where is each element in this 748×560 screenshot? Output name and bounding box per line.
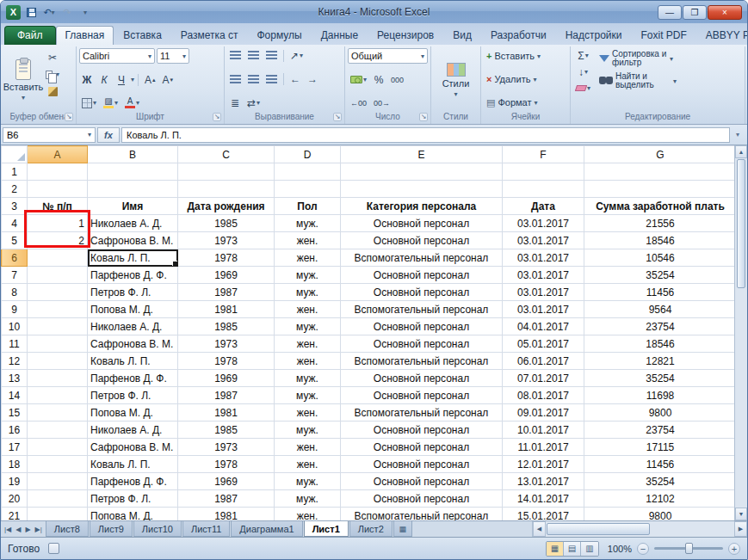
column-header-F[interactable]: F <box>503 146 584 163</box>
cell-G6[interactable]: 10546 <box>584 249 737 267</box>
cell-G12[interactable]: 12821 <box>584 353 737 370</box>
cell-A16[interactable] <box>28 422 88 439</box>
cell-A19[interactable] <box>28 473 88 490</box>
cell-C16[interactable]: 1985 <box>178 422 275 439</box>
restore-button[interactable]: ❐ <box>683 5 707 20</box>
cell-G9[interactable]: 9564 <box>584 301 737 318</box>
cell-G20[interactable]: 12102 <box>584 490 737 508</box>
alignment-dialog-launcher[interactable]: ↘ <box>333 113 342 121</box>
cell-F18[interactable]: 12.01.2017 <box>503 456 584 473</box>
align-bottom-button[interactable] <box>263 48 280 63</box>
merge-center-button[interactable]: ⇄▾ <box>244 95 263 110</box>
cell-B8[interactable]: Петров Ф. Л. <box>88 284 178 301</box>
orientation-button[interactable]: ↗▾ <box>287 48 306 63</box>
cell-G19[interactable]: 35254 <box>584 473 737 490</box>
scroll-right-icon[interactable]: ▶ <box>734 521 747 537</box>
italic-button[interactable]: К <box>96 72 112 87</box>
sheet-tab-Лист9[interactable]: Лист9 <box>90 521 133 537</box>
tab-Вид[interactable]: Вид <box>443 26 481 45</box>
column-header-A[interactable]: A <box>28 146 88 163</box>
zoom-slider[interactable] <box>654 547 723 550</box>
column-header-D[interactable]: D <box>275 146 341 163</box>
cell-C8[interactable]: 1987 <box>178 284 275 301</box>
cell-A13[interactable] <box>28 370 88 387</box>
cell-G21[interactable]: 9800 <box>584 508 737 521</box>
cell-D10[interactable]: муж. <box>275 318 341 335</box>
cell-D6[interactable]: жен. <box>275 249 341 267</box>
cell-A6[interactable] <box>28 249 88 267</box>
row-header-19[interactable]: 19 <box>2 473 28 490</box>
row-header-9[interactable]: 9 <box>2 301 28 318</box>
format-painter-button[interactable] <box>43 84 62 99</box>
cell-E21[interactable]: Вспомогательный персонал <box>341 508 503 521</box>
find-select-button[interactable]: Найти и выделить ▾ <box>597 71 679 91</box>
sheet-tab-Лист2[interactable]: Лист2 <box>349 521 393 537</box>
cell-C5[interactable]: 1973 <box>178 232 275 249</box>
underline-dropdown-icon[interactable]: ▾ <box>131 76 134 83</box>
cell-G14[interactable]: 11698 <box>584 387 737 404</box>
macro-record-icon[interactable] <box>48 543 59 554</box>
row-header-14[interactable]: 14 <box>2 387 28 404</box>
cell-F20[interactable]: 14.01.2017 <box>503 490 584 508</box>
accounting-format-button[interactable]: ▾ <box>348 72 369 87</box>
sheet-tab-Лист11[interactable]: Лист11 <box>182 521 230 537</box>
cell-D17[interactable]: жен. <box>275 439 341 456</box>
font-size-select[interactable]: 11▾ <box>157 48 189 64</box>
cell-F12[interactable]: 06.01.2017 <box>503 353 584 370</box>
cell-E4[interactable]: Основной персонал <box>341 215 503 232</box>
copy-button[interactable]: ▾ <box>43 67 62 82</box>
cell-F15[interactable]: 09.01.2017 <box>503 404 584 422</box>
decrease-font-button[interactable]: A▾ <box>160 72 176 87</box>
row-header-12[interactable]: 12 <box>2 353 28 370</box>
tab-Главная[interactable]: Главная <box>56 26 114 45</box>
cell-A5[interactable]: 2 <box>28 232 88 249</box>
row-header-3[interactable]: 3 <box>2 198 28 215</box>
insert-sheet-button[interactable]: ▦ <box>393 521 412 537</box>
column-header-E[interactable]: E <box>341 146 503 163</box>
cell-G16[interactable]: 23754 <box>584 422 737 439</box>
cell-F19[interactable]: 13.01.2017 <box>503 473 584 490</box>
cell-C2[interactable] <box>178 181 275 198</box>
cell-D18[interactable]: жен. <box>275 456 341 473</box>
cell-E19[interactable]: Основной персонал <box>341 473 503 490</box>
cell-E20[interactable]: Основной персонал <box>341 490 503 508</box>
insert-function-button[interactable]: fx <box>97 127 120 143</box>
cell-D3[interactable]: Пол <box>275 198 341 215</box>
cell-A15[interactable] <box>28 404 88 422</box>
cell-E18[interactable]: Основной персонал <box>341 456 503 473</box>
fill-button[interactable]: ↓▾ <box>573 65 593 79</box>
cell-C3[interactable]: Дата рождения <box>178 198 275 215</box>
cell-D12[interactable]: жен. <box>275 353 341 370</box>
cell-E11[interactable]: Основной персонал <box>341 335 503 353</box>
tab-Надстройки[interactable]: Надстройки <box>556 26 632 45</box>
paste-button[interactable]: Вставить ▾ <box>5 48 41 112</box>
row-header-8[interactable]: 8 <box>2 284 28 301</box>
cell-D13[interactable]: муж. <box>275 370 341 387</box>
tab-Рецензиров[interactable]: Рецензиров <box>368 26 443 45</box>
decrease-decimal-button[interactable]: 00→ <box>371 95 393 110</box>
cell-E12[interactable]: Вспомогательный персонал <box>341 353 503 370</box>
cell-A14[interactable] <box>28 387 88 404</box>
cell-B7[interactable]: Парфенов Д. Ф. <box>88 267 178 284</box>
tab-Формулы[interactable]: Формулы <box>248 26 312 45</box>
cell-D21[interactable]: жен. <box>275 508 341 521</box>
cell-G17[interactable]: 17115 <box>584 439 737 456</box>
cell-C11[interactable]: 1973 <box>178 335 275 353</box>
zoom-slider-thumb[interactable] <box>685 543 693 554</box>
tab-file[interactable]: Файл <box>4 26 56 45</box>
cut-button[interactable]: ✂ <box>43 50 62 65</box>
align-center-button[interactable] <box>245 72 262 87</box>
cell-F8[interactable]: 03.01.2017 <box>503 284 584 301</box>
cell-D7[interactable]: муж. <box>275 267 341 284</box>
borders-button[interactable]: ▾ <box>79 95 99 110</box>
sheet-tab-Лист8[interactable]: Лист8 <box>46 521 89 537</box>
column-header-C[interactable]: C <box>178 146 275 163</box>
cell-G3[interactable]: Сумма заработной плать <box>584 198 737 215</box>
cell-D5[interactable]: жен. <box>275 232 341 249</box>
cell-E6[interactable]: Вспомогательный персонал <box>341 249 503 267</box>
cell-F13[interactable]: 07.01.2017 <box>503 370 584 387</box>
cell-G13[interactable]: 35254 <box>584 370 737 387</box>
cell-E3[interactable]: Категория персонала <box>341 198 503 215</box>
cell-B12[interactable]: Коваль Л. П. <box>88 353 178 370</box>
cell-E17[interactable]: Основной персонал <box>341 439 503 456</box>
